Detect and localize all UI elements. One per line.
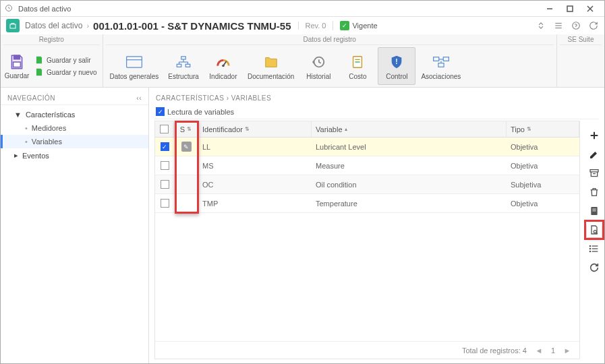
- svg-rect-5: [10, 24, 16, 28]
- lectura-label: Lectura de variables: [167, 108, 234, 116]
- nav-header: NAVEGACIÓN: [7, 94, 55, 102]
- table-row[interactable]: ✓ ✎ LL Lubricant Level Objetiva: [155, 138, 579, 156]
- revision-label: Rev. 0: [298, 22, 326, 30]
- svg-text:!: !: [396, 57, 398, 65]
- module-icon: [6, 19, 20, 32]
- estructura-button[interactable]: Estructura: [164, 47, 203, 85]
- col-id-header[interactable]: Identificador⇅: [198, 121, 312, 137]
- pager-page: 1: [551, 346, 555, 355]
- svg-rect-15: [177, 64, 181, 67]
- nav-collapse-icon[interactable]: ‹‹: [136, 94, 142, 102]
- close-button[interactable]: [580, 2, 600, 16]
- chevron-right-icon: ▸: [14, 151, 18, 160]
- costo-button[interactable]: Costo: [339, 47, 376, 85]
- minimize-button[interactable]: [540, 2, 560, 16]
- total-records: Total de registros: 4: [462, 346, 527, 355]
- breadcrumb-2[interactable]: VARIABLES: [231, 94, 271, 102]
- table-row[interactable]: OC Oil condition Subjetiva: [155, 175, 579, 194]
- col-var-header[interactable]: Variable▴: [312, 121, 507, 137]
- document-icon[interactable]: [587, 204, 602, 218]
- nav-medidores[interactable]: •Medidores: [1, 121, 148, 135]
- module-label: Datos del activo: [25, 21, 82, 30]
- svg-rect-12: [127, 56, 142, 67]
- table-row[interactable]: TMP Temperature Objetiva: [155, 194, 579, 213]
- list-alt-icon[interactable]: [587, 241, 602, 256]
- svg-point-45: [589, 248, 590, 249]
- maximize-button[interactable]: [560, 2, 580, 16]
- col-tipo-header[interactable]: Tipo⇅: [507, 121, 579, 137]
- file-search-icon[interactable]: [587, 222, 602, 237]
- svg-rect-14: [181, 56, 186, 59]
- indicador-button[interactable]: Indicador: [204, 47, 242, 85]
- ribbon-group-registro: Registro: [3, 36, 100, 45]
- svg-rect-29: [443, 57, 449, 61]
- row-checkbox[interactable]: ✓: [161, 142, 169, 151]
- archive-icon[interactable]: [587, 166, 602, 181]
- svg-rect-28: [433, 57, 438, 61]
- delete-icon[interactable]: [587, 185, 602, 200]
- add-icon[interactable]: [587, 128, 602, 143]
- svg-rect-38: [592, 210, 596, 211]
- svg-rect-37: [592, 209, 596, 210]
- expand-icon[interactable]: [536, 20, 546, 31]
- nav-variables[interactable]: •Variables: [1, 135, 148, 148]
- datos-generales-button[interactable]: Datos generales: [106, 47, 163, 85]
- row-checkbox[interactable]: [161, 180, 169, 189]
- save-new-button[interactable]: Guardar y nuevo: [34, 67, 97, 78]
- chevron-down-icon: ▼: [14, 111, 22, 119]
- svg-rect-30: [438, 63, 444, 67]
- col-s-header[interactable]: S⇅: [174, 121, 198, 137]
- save-exit-button[interactable]: Guardar y salir: [34, 55, 97, 65]
- asociaciones-button[interactable]: Asociaciones: [417, 47, 465, 85]
- pager-next[interactable]: ►: [560, 344, 574, 357]
- row-checkbox[interactable]: [161, 199, 169, 208]
- edit-icon[interactable]: [587, 147, 602, 162]
- status-check-icon: ✓: [340, 21, 349, 30]
- breadcrumb-sep: ›: [86, 22, 89, 30]
- select-all-checkbox[interactable]: [160, 125, 169, 133]
- nav-eventos[interactable]: ▸ Eventos: [1, 148, 148, 162]
- asset-code: 001.01.01-001 - S&T DYNAMICS TNMU-55: [93, 20, 291, 32]
- pager-prev[interactable]: ◄: [532, 344, 546, 357]
- app-window-icon: [5, 4, 14, 13]
- help-icon[interactable]: [571, 20, 581, 31]
- window-title: Datos del activo: [18, 5, 540, 13]
- historial-button[interactable]: Historial: [299, 47, 337, 85]
- control-button[interactable]: ! Control: [378, 47, 415, 85]
- status-text: Vigente: [352, 22, 377, 30]
- refresh-icon[interactable]: [588, 20, 599, 31]
- svg-rect-2: [567, 6, 573, 11]
- svg-line-22: [223, 61, 227, 65]
- svg-rect-16: [185, 64, 190, 67]
- lectura-checkbox[interactable]: ✓: [156, 107, 165, 116]
- ribbon-group-datos: Datos del registro: [106, 36, 554, 45]
- nav-caracteristicas[interactable]: ▼ Características: [1, 108, 148, 121]
- table-row[interactable]: MS Measure Objetiva: [155, 156, 579, 175]
- list-icon[interactable]: [553, 20, 564, 31]
- ribbon-group-suite: SE Suite: [560, 36, 602, 45]
- breadcrumb-1[interactable]: CARACTERÍSTICAS: [156, 94, 224, 102]
- documentacion-button[interactable]: Documentación: [243, 47, 298, 85]
- reload-icon[interactable]: [587, 260, 602, 275]
- save-button[interactable]: Guardar: [3, 47, 30, 85]
- row-checkbox[interactable]: [161, 161, 169, 170]
- svg-rect-35: [590, 170, 598, 172]
- svg-rect-11: [13, 62, 21, 67]
- svg-point-46: [589, 251, 590, 251]
- edit-icon[interactable]: ✎: [181, 142, 192, 152]
- svg-point-44: [589, 245, 590, 246]
- svg-rect-10: [14, 55, 20, 59]
